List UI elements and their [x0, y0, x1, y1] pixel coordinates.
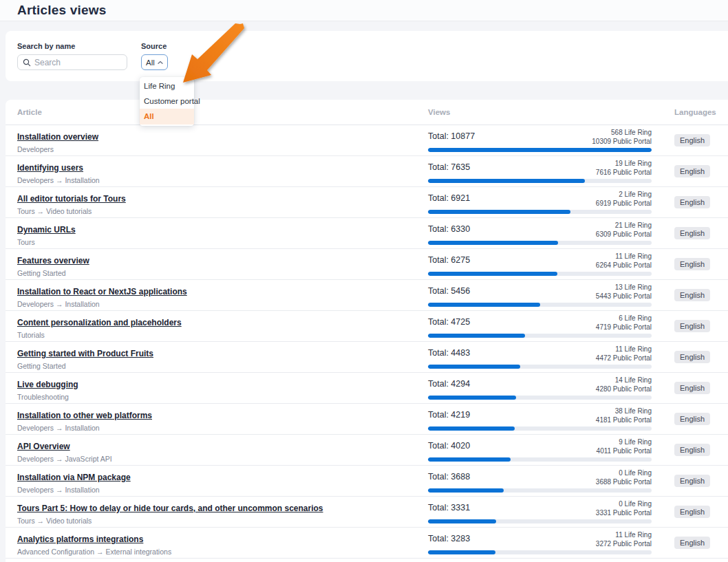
column-header-article: Article — [6, 108, 421, 116]
language-badge: English — [674, 413, 710, 425]
views-progress-fill — [428, 303, 540, 307]
article-link[interactable]: Identifying users — [17, 163, 83, 173]
article-path: Getting Started — [17, 362, 414, 370]
article-link[interactable]: API Overview — [17, 442, 70, 451]
views-progressbar — [428, 334, 652, 338]
article-link[interactable]: Getting started with Product Fruits — [17, 349, 153, 358]
article-path: Getting Started — [17, 269, 414, 277]
table-row: Installation overview Developers Total: … — [6, 125, 728, 156]
languages-cell: English — [659, 528, 728, 558]
life-ring-count: 9 Life Ring — [619, 438, 652, 446]
dropdown-option-all[interactable]: All — [140, 109, 194, 125]
views-progressbar — [428, 272, 652, 276]
article-path: Advanced Configuration → External integr… — [17, 548, 414, 556]
table-row: Analytics platforms integrations Advance… — [6, 528, 728, 559]
languages-cell: English — [659, 280, 728, 310]
languages-cell: English — [659, 311, 728, 341]
page-title: Articles views — [17, 3, 107, 18]
dropdown-option-customer-portal[interactable]: Customer portal — [140, 94, 194, 109]
article-link[interactable]: Installation to React or NextJS applicat… — [17, 287, 187, 296]
public-portal-count: 3272 Public Portal — [596, 540, 652, 548]
languages-cell: English — [659, 497, 728, 527]
table-row: Live debugging Troubleshooting Total: 42… — [6, 373, 728, 404]
life-ring-count: 11 Life Ring — [615, 345, 652, 353]
views-progressbar — [428, 365, 652, 369]
article-cell: Analytics platforms integrations Advance… — [6, 528, 421, 558]
views-progressbar — [428, 519, 652, 523]
public-portal-count: 4280 Public Portal — [596, 385, 652, 393]
article-link[interactable]: Features overview — [17, 256, 89, 266]
views-breakdown: 19 Life Ring 7616 Public Portal — [596, 160, 652, 177]
views-cell: Total: 6275 11 Life Ring 6264 Public Por… — [421, 249, 659, 279]
views-breakdown: 13 Life Ring 5443 Public Portal — [596, 283, 652, 301]
views-total: Total: 6330 — [428, 221, 470, 234]
article-link[interactable]: Tours Part 5: How to delay or hide tour … — [17, 504, 323, 513]
views-progress-fill — [428, 365, 520, 369]
article-path: Tours — [17, 238, 414, 246]
language-badge: English — [674, 196, 710, 208]
languages-cell: English — [659, 373, 728, 403]
life-ring-count: 14 Life Ring — [615, 376, 652, 384]
article-link[interactable]: All editor tutorials for Tours — [17, 194, 126, 204]
views-total: Total: 4725 — [428, 314, 470, 327]
views-total: Total: 6275 — [428, 252, 470, 265]
public-portal-count: 4472 Public Portal — [596, 354, 652, 362]
views-breakdown: 0 Life Ring 3688 Public Portal — [596, 469, 652, 486]
article-link[interactable]: Installation overview — [17, 132, 98, 142]
views-progress-fill — [428, 241, 558, 245]
views-progress-fill — [428, 426, 515, 431]
language-badge: English — [674, 475, 710, 487]
article-link[interactable]: Installation via NPM package — [17, 473, 131, 482]
article-link[interactable]: Analytics platforms integrations — [17, 534, 143, 544]
article-path: Tours → Video tutorials — [17, 517, 414, 525]
article-cell: Tours Part 5: How to delay or hide tour … — [6, 497, 421, 527]
article-path: Tours → Video tutorials — [17, 207, 414, 215]
article-cell: Content personalization and placeholders… — [6, 311, 421, 341]
article-cell: Identifying users Developers → Installat… — [6, 156, 421, 186]
views-breakdown: 568 Life Ring 10309 Public Portal — [592, 129, 652, 146]
article-cell: Installation overview Developers — [6, 125, 421, 155]
language-badge: English — [674, 258, 710, 270]
language-badge: English — [674, 320, 710, 332]
article-link[interactable]: Content personalization and placeholders — [17, 318, 182, 327]
life-ring-count: 11 Life Ring — [615, 252, 652, 260]
views-progressbar — [428, 426, 652, 431]
article-path: Developers → Installation — [17, 424, 414, 432]
views-progress-fill — [428, 210, 570, 214]
life-ring-count: 13 Life Ring — [615, 283, 652, 291]
table-row: Getting started with Product Fruits Gett… — [6, 342, 728, 373]
source-select[interactable]: All — [141, 54, 168, 70]
language-badge: English — [674, 351, 710, 363]
article-cell: Live debugging Troubleshooting — [6, 373, 421, 403]
life-ring-count: 2 Life Ring — [619, 191, 652, 198]
article-cell: Getting started with Product Fruits Gett… — [6, 342, 421, 372]
article-cell: Installation via NPM package Developers … — [6, 466, 421, 496]
views-total: Total: 3331 — [428, 500, 470, 512]
article-path: Developers — [17, 145, 414, 153]
public-portal-count: 6264 Public Portal — [596, 261, 652, 269]
article-link[interactable]: Live debugging — [17, 380, 78, 389]
article-cell: API Overview Developers → JavaScript API — [6, 435, 421, 465]
table-header-row: Article Views Languages — [6, 100, 728, 125]
search-input[interactable] — [34, 58, 122, 67]
source-label: Source — [141, 42, 168, 50]
views-cell: Total: 7635 19 Life Ring 7616 Public Por… — [421, 156, 659, 186]
views-cell: Total: 4483 11 Life Ring 4472 Public Por… — [421, 342, 659, 372]
life-ring-count: 0 Life Ring — [619, 500, 652, 508]
languages-cell: English — [659, 249, 728, 279]
public-portal-count: 4719 Public Portal — [596, 323, 652, 331]
views-breakdown: 2 Life Ring 6919 Public Portal — [596, 191, 652, 208]
article-link[interactable]: Installation to other web platforms — [17, 411, 152, 420]
views-breakdown: 9 Life Ring 4011 Public Portal — [597, 438, 652, 455]
article-link[interactable]: Dynamic URLs — [17, 225, 76, 235]
views-breakdown: 6 Life Ring 4719 Public Portal — [596, 314, 652, 332]
language-badge: English — [674, 537, 710, 549]
article-path: Developers → Installation — [17, 176, 414, 184]
dropdown-option-life-ring[interactable]: Life Ring — [140, 78, 194, 94]
views-cell: Total: 4725 6 Life Ring 4719 Public Port… — [421, 311, 659, 341]
languages-cell: English — [659, 187, 728, 217]
search-box[interactable] — [17, 54, 127, 70]
languages-cell: English — [659, 342, 728, 372]
views-total: Total: 6921 — [428, 191, 470, 203]
chevron-up-icon — [158, 61, 163, 65]
